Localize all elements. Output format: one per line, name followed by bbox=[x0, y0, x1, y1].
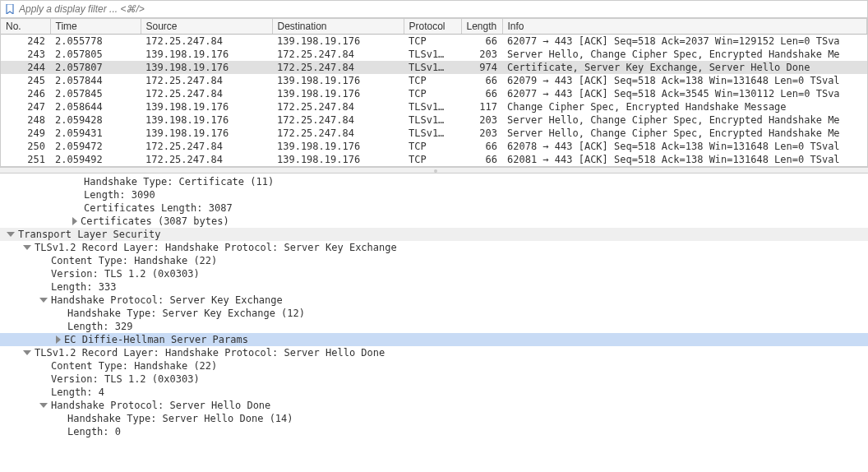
detail-line[interactable]: Length: 333 bbox=[0, 280, 868, 294]
detail-line[interactable]: Length: 0 bbox=[0, 425, 868, 438]
chevron-right-icon[interactable] bbox=[72, 217, 77, 225]
detail-line[interactable]: Version: TLS 1.2 (0x0303) bbox=[0, 373, 868, 386]
cell: 117 bbox=[461, 100, 502, 113]
cell: 66 bbox=[461, 74, 502, 87]
col-info[interactable]: Info bbox=[502, 19, 867, 35]
chevron-down-icon[interactable] bbox=[7, 232, 15, 237]
cell: 139.198.19.176 bbox=[272, 74, 404, 87]
detail-line[interactable]: Handshake Type: Certificate (11) bbox=[0, 175, 868, 188]
detail-text: TLSv1.2 Record Layer: Handshake Protocol… bbox=[35, 242, 397, 253]
detail-text: Handshake Protocol: Server Hello Done bbox=[51, 400, 270, 411]
col-protocol[interactable]: Protocol bbox=[404, 19, 461, 35]
cell: TCP bbox=[404, 35, 461, 49]
detail-text: Handshake Protocol: Server Key Exchange bbox=[51, 294, 283, 306]
cell: 243 bbox=[1, 48, 50, 61]
cell: 139.198.19.176 bbox=[141, 100, 272, 113]
col-destination[interactable]: Destination bbox=[272, 19, 404, 35]
cell: 62079 → 443 [ACK] Seq=518 Ack=138 Win=13… bbox=[502, 74, 867, 87]
cell: 172.25.247.84 bbox=[272, 113, 404, 127]
table-row[interactable]: 2502.059472172.25.247.84139.198.19.176TC… bbox=[1, 140, 867, 153]
cell: 248 bbox=[1, 113, 50, 127]
detail-line[interactable]: Transport Layer Security bbox=[0, 228, 868, 241]
packet-table[interactable]: No. Time Source Destination Protocol Len… bbox=[1, 19, 867, 166]
cell: 2.059428 bbox=[50, 113, 141, 127]
table-row[interactable]: 2452.057844172.25.247.84139.198.19.176TC… bbox=[1, 74, 867, 87]
cell: 203 bbox=[461, 127, 502, 140]
table-row[interactable]: 2482.059428139.198.19.176172.25.247.84TL… bbox=[1, 113, 867, 127]
detail-text: Version: TLS 1.2 (0x0303) bbox=[51, 373, 200, 385]
cell: 172.25.247.84 bbox=[141, 74, 272, 87]
cell: 139.198.19.176 bbox=[272, 35, 404, 49]
chevron-down-icon[interactable] bbox=[39, 298, 48, 303]
detail-line[interactable]: Length: 4 bbox=[0, 386, 868, 399]
col-length[interactable]: Length bbox=[461, 19, 502, 35]
cell: TLSv1… bbox=[404, 113, 461, 127]
cell: 139.198.19.176 bbox=[141, 113, 272, 127]
cell: Certificate, Server Key Exchange, Server… bbox=[502, 61, 867, 74]
cell: 2.057845 bbox=[50, 87, 141, 100]
cell: 247 bbox=[1, 100, 50, 113]
detail-text: TLSv1.2 Record Layer: Handshake Protocol… bbox=[35, 347, 385, 359]
cell: 172.25.247.84 bbox=[141, 140, 272, 153]
detail-line[interactable]: TLSv1.2 Record Layer: Handshake Protocol… bbox=[0, 346, 868, 359]
detail-line[interactable]: Certificates (3087 bytes) bbox=[0, 215, 868, 228]
table-row[interactable]: 2442.057807139.198.19.176172.25.247.84TL… bbox=[1, 61, 867, 74]
cell: 2.059492 bbox=[50, 153, 141, 166]
detail-text: EC Diffie-Hellman Server Params bbox=[64, 334, 248, 345]
detail-line[interactable]: Length: 329 bbox=[0, 320, 868, 333]
cell: 139.198.19.176 bbox=[272, 87, 404, 100]
cell: 66 bbox=[461, 153, 502, 166]
table-row[interactable]: 2462.057845172.25.247.84139.198.19.176TC… bbox=[1, 87, 867, 100]
chevron-down-icon[interactable] bbox=[39, 403, 48, 408]
table-row[interactable]: 2432.057805139.198.19.176172.25.247.84TL… bbox=[1, 48, 867, 61]
cell: 251 bbox=[1, 153, 50, 166]
cell: 66 bbox=[461, 87, 502, 100]
detail-line[interactable]: Certificates Length: 3087 bbox=[0, 201, 868, 215]
chevron-down-icon[interactable] bbox=[23, 350, 31, 355]
table-row[interactable]: 2512.059492172.25.247.84139.198.19.176TC… bbox=[1, 153, 867, 166]
cell: 139.198.19.176 bbox=[272, 140, 404, 153]
chevron-down-icon[interactable] bbox=[23, 245, 31, 250]
cell: 249 bbox=[1, 127, 50, 140]
cell: 2.058644 bbox=[50, 100, 141, 113]
detail-line[interactable]: Handshake Type: Server Hello Done (14) bbox=[0, 412, 868, 425]
detail-text: Length: 329 bbox=[67, 321, 132, 332]
detail-line[interactable]: Content Type: Handshake (22) bbox=[0, 254, 868, 267]
detail-line[interactable]: Handshake Protocol: Server Hello Done bbox=[0, 399, 868, 412]
cell: 2.057844 bbox=[50, 74, 141, 87]
detail-text: Version: TLS 1.2 (0x0303) bbox=[51, 268, 200, 280]
detail-line[interactable]: Version: TLS 1.2 (0x0303) bbox=[0, 267, 868, 280]
detail-line[interactable]: Content Type: Handshake (22) bbox=[0, 359, 868, 373]
cell: TLSv1… bbox=[404, 100, 461, 113]
display-filter-bar[interactable] bbox=[0, 0, 868, 18]
display-filter-input[interactable] bbox=[19, 3, 864, 15]
packet-header-row[interactable]: No. Time Source Destination Protocol Len… bbox=[1, 19, 867, 35]
detail-text: Length: 4 bbox=[51, 386, 104, 398]
cell: Server Hello, Change Cipher Spec, Encryp… bbox=[502, 48, 867, 61]
detail-text: Content Type: Handshake (22) bbox=[51, 255, 217, 266]
cell: 242 bbox=[1, 35, 50, 49]
cell: 245 bbox=[1, 74, 50, 87]
detail-line[interactable]: Handshake Type: Server Key Exchange (12) bbox=[0, 307, 868, 320]
detail-line[interactable]: EC Diffie-Hellman Server Params bbox=[0, 333, 868, 346]
table-row[interactable]: 2472.058644139.198.19.176172.25.247.84TL… bbox=[1, 100, 867, 113]
col-time[interactable]: Time bbox=[50, 19, 141, 35]
col-no[interactable]: No. bbox=[1, 19, 50, 35]
pane-divider[interactable] bbox=[0, 167, 868, 174]
cell: 244 bbox=[1, 61, 50, 74]
cell: 172.25.247.84 bbox=[141, 153, 272, 166]
detail-text: Length: 3090 bbox=[84, 189, 155, 201]
packet-details-pane[interactable]: Handshake Type: Certificate (11)Length: … bbox=[0, 174, 868, 440]
table-row[interactable]: 2492.059431139.198.19.176172.25.247.84TL… bbox=[1, 127, 867, 140]
detail-line[interactable]: Handshake Protocol: Server Key Exchange bbox=[0, 294, 868, 307]
cell: 2.057807 bbox=[50, 61, 141, 74]
detail-text: Length: 333 bbox=[51, 281, 116, 293]
detail-line[interactable]: Length: 3090 bbox=[0, 188, 868, 201]
col-source[interactable]: Source bbox=[141, 19, 272, 35]
bookmark-icon[interactable] bbox=[4, 3, 16, 15]
table-row[interactable]: 2422.055778172.25.247.84139.198.19.176TC… bbox=[1, 35, 867, 49]
cell: 2.057805 bbox=[50, 48, 141, 61]
cell: 974 bbox=[461, 61, 502, 74]
detail-line[interactable]: TLSv1.2 Record Layer: Handshake Protocol… bbox=[0, 241, 868, 254]
chevron-right-icon[interactable] bbox=[56, 335, 61, 344]
